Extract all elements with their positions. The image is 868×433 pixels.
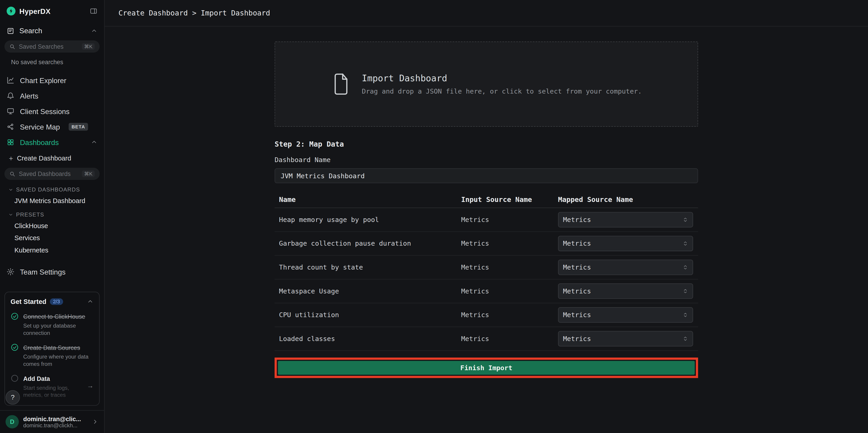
sidebar-item-alerts[interactable]: Alerts <box>0 88 104 103</box>
step-title: Step 2: Map Data <box>275 140 698 148</box>
chart-name: CPU utilization <box>275 311 457 319</box>
table-row: Metaspace Usage Metrics Metrics <box>275 280 698 304</box>
nav-label: Chart Explorer <box>20 76 66 84</box>
selected-value: Metrics <box>563 287 591 295</box>
chevron-up-icon[interactable] <box>91 139 97 146</box>
gear-icon <box>7 268 14 276</box>
create-dashboard-label: Create Dashboard <box>17 154 71 162</box>
search-icon <box>9 43 16 50</box>
input-source-name: Metrics <box>457 240 554 247</box>
selected-value: Metrics <box>563 240 591 247</box>
chevron-down-icon <box>8 187 13 192</box>
search-icon <box>9 171 16 177</box>
dashboard-name-label: Dashboard Name <box>275 156 698 164</box>
get-started-item-connect[interactable]: Connect to ClickHouse Set up your databa… <box>10 311 94 337</box>
sidebar-item-client-sessions[interactable]: Client Sessions <box>0 103 104 119</box>
mapped-source-select[interactable]: Metrics <box>558 212 693 227</box>
dashboards-grid-icon <box>7 138 14 146</box>
column-header: Mapped Source Name <box>554 195 698 203</box>
sidebar-item-preset-services[interactable]: Services <box>0 232 104 244</box>
search-section-icon <box>7 27 14 35</box>
shortcut-badge: ⌘K <box>82 171 95 177</box>
nav-label: Client Sessions <box>20 107 70 115</box>
collapse-sidebar-icon[interactable] <box>90 7 97 15</box>
saved-searches-input[interactable]: Saved Searches ⌘K <box>4 40 99 52</box>
chevron-up-icon[interactable] <box>91 27 97 34</box>
file-icon <box>331 72 351 96</box>
saved-searches-placeholder: Saved Searches <box>19 43 79 50</box>
home-link[interactable]: HyperDX <box>7 7 51 16</box>
chevron-updown-icon <box>683 217 688 222</box>
sidebar-item-service-map[interactable]: Service Map BETA <box>0 119 104 134</box>
presets-header[interactable]: PRESETS <box>0 207 104 220</box>
click-target-annotation: Finish Import <box>275 358 698 378</box>
create-dashboard-button[interactable]: + Create Dashboard <box>0 151 104 165</box>
finish-import-button[interactable]: Finish Import <box>278 361 695 375</box>
no-saved-searches-text: No saved searches <box>0 55 104 70</box>
table-row: Thread count by state Metrics Metrics <box>275 256 698 280</box>
circle-icon <box>10 374 19 382</box>
nav-label: Alerts <box>20 92 38 100</box>
input-source-name: Metrics <box>457 311 554 319</box>
chevron-updown-icon <box>683 288 688 294</box>
chevron-right-icon <box>92 419 99 425</box>
chart-name: Thread count by state <box>275 264 457 271</box>
get-started-item-sources[interactable]: Create Data Sources Configure where your… <box>10 342 94 367</box>
sidebar-item-dashboards[interactable]: Dashboards <box>0 134 104 150</box>
input-source-name: Metrics <box>457 287 554 295</box>
column-header: Input Source Name <box>457 195 554 203</box>
presets-header-label: PRESETS <box>16 212 44 218</box>
dropzone-subtitle: Drag and drop a JSON file here, or click… <box>362 87 642 95</box>
help-button[interactable]: ? <box>5 390 20 405</box>
table-header-row: Name Input Source Name Mapped Source Nam… <box>275 191 698 208</box>
chevron-updown-icon <box>683 241 688 246</box>
mapped-source-select[interactable]: Metrics <box>558 259 693 275</box>
user-email: dominic.tran@clickh... <box>23 422 87 428</box>
saved-dashboards-header[interactable]: SAVED DASHBOARDS <box>0 182 104 195</box>
column-header: Name <box>275 195 457 203</box>
content: Import Dashboard Drag and drop a JSON fi… <box>104 27 868 433</box>
get-started-header[interactable]: Get Started 2/3 <box>10 298 94 306</box>
mapped-source-select[interactable]: Metrics <box>558 331 693 346</box>
selected-value: Metrics <box>563 216 591 223</box>
import-dropzone[interactable]: Import Dashboard Drag and drop a JSON fi… <box>275 41 698 127</box>
selected-value: Metrics <box>563 311 591 319</box>
chevron-updown-icon <box>683 312 688 317</box>
search-section-header[interactable]: Search <box>0 22 104 38</box>
sidebar-item-team-settings[interactable]: Team Settings <box>0 264 104 280</box>
search-section-label: Search <box>19 27 42 35</box>
get-started-title: Get Started <box>10 298 46 306</box>
step-title: Connect to ClickHouse <box>23 313 85 320</box>
logo-text: HyperDX <box>19 7 51 15</box>
mapped-source-select[interactable]: Metrics <box>558 236 693 251</box>
sidebar-item-jvm-metrics-dashboard[interactable]: JVM Metrics Dashboard <box>0 195 104 207</box>
sidebar: HyperDX Search Saved Searches ⌘K No save… <box>0 0 104 433</box>
sidebar-item-chart-explorer[interactable]: Chart Explorer <box>0 72 104 88</box>
chevron-down-icon <box>8 212 13 217</box>
monitor-icon <box>7 107 14 115</box>
check-circle-icon <box>10 312 19 320</box>
saved-dashboards-input[interactable]: Saved Dashboards ⌘K <box>4 168 99 180</box>
chart-name: Loaded classes <box>275 335 457 343</box>
input-source-name: Metrics <box>457 216 554 223</box>
plus-icon: + <box>9 154 13 162</box>
get-started-card: Get Started 2/3 Connect to ClickHouse Se… <box>4 291 99 406</box>
user-menu[interactable]: D dominic.tran@clic... dominic.tran@clic… <box>0 410 104 433</box>
mapped-source-select[interactable]: Metrics <box>558 307 693 322</box>
dashboard-name-input[interactable] <box>275 168 698 183</box>
mapped-source-select[interactable]: Metrics <box>558 283 693 299</box>
step-title: Add Data <box>23 375 50 382</box>
arrow-right-icon: → <box>87 382 94 390</box>
beta-badge: BETA <box>69 123 88 131</box>
chevron-up-icon[interactable] <box>87 298 94 305</box>
avatar: D <box>5 415 19 428</box>
saved-dashboards-header-label: SAVED DASHBOARDS <box>16 186 80 193</box>
input-source-name: Metrics <box>457 264 554 271</box>
chart-name: Garbage collection pause duration <box>275 240 457 247</box>
sidebar-item-preset-clickhouse[interactable]: ClickHouse <box>0 220 104 232</box>
get-started-item-add-data[interactable]: Add Data Start sending logs, metrics, or… <box>10 373 94 399</box>
chevron-updown-icon <box>683 336 688 341</box>
chart-name: Heap memory usage by pool <box>275 216 457 223</box>
sidebar-item-preset-kubernetes[interactable]: Kubernetes <box>0 244 104 256</box>
chart-name: Metaspace Usage <box>275 287 457 295</box>
